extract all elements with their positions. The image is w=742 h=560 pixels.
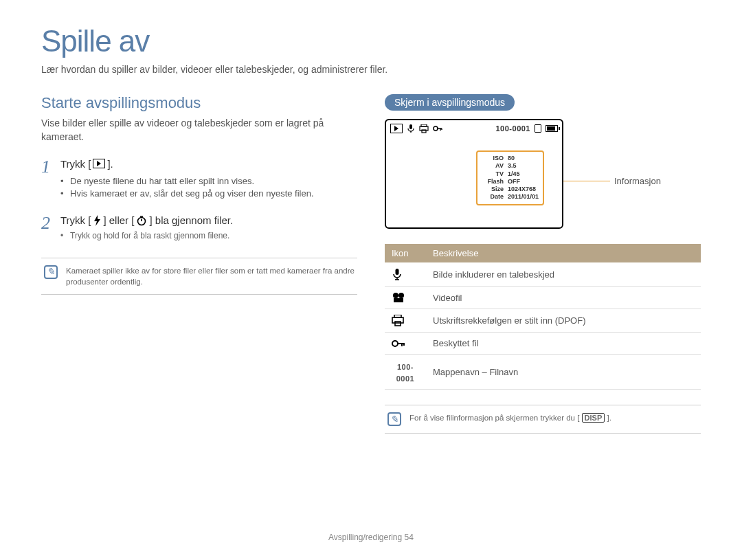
lcd-folder-file: 100-0001 [496, 124, 531, 133]
table-desc: Beskyttet fil [426, 333, 701, 355]
disp-button-label: DISP [582, 413, 605, 423]
film-icon [385, 287, 426, 309]
mic-icon [385, 262, 426, 287]
table-row: Utskriftsrekkefølgen er stilt inn (DPOF) [385, 309, 701, 333]
page-footer: Avspilling/redigering 54 [0, 533, 742, 542]
step-1: 1 Trykk [ ]. De nyeste filene du har tat… [41, 158, 357, 201]
svg-point-17 [398, 293, 404, 298]
table-row: Beskyttet fil [385, 333, 701, 355]
table-row: Videofil [385, 287, 701, 309]
step-1-text: Trykk [ ]. [60, 158, 357, 170]
lcd-memory-icon [535, 124, 541, 133]
svg-rect-13 [396, 269, 399, 275]
th-icon: Ikon [385, 244, 426, 262]
svg-rect-21 [395, 322, 401, 326]
printer-icon [385, 309, 426, 333]
note-icon: ✎ [44, 265, 58, 279]
step-1-bullet: De nyeste filene du har tatt eller spilt… [60, 175, 357, 188]
page-title: Spille av [41, 24, 701, 58]
callout-label: Informasjon [614, 176, 661, 186]
pill-heading: Skjerm i avspillingsmodus [385, 94, 515, 111]
table-row: Bilde inkluderer en talebeskjed [385, 262, 701, 287]
lcd-mic-icon [407, 124, 415, 133]
page-subtitle: Lær hvordan du spiller av bilder, videoe… [41, 64, 701, 75]
table-desc: Mappenavn – Filnavn [426, 355, 701, 390]
svg-rect-4 [409, 124, 412, 129]
step-2-number: 2 [41, 214, 60, 242]
timer-icon [136, 215, 147, 226]
folder-num-icon: 100-0001 [385, 355, 426, 390]
playback-button-icon [93, 159, 105, 168]
note-icon: ✎ [387, 412, 401, 426]
step-2-sub-bullet: Trykk og hold for å bla raskt gjennom fi… [60, 230, 357, 242]
svg-marker-0 [94, 215, 100, 226]
note-text-right: For å vise filinformasjon på skjermen tr… [409, 412, 611, 426]
icon-description-table: Ikon Beskrivelse Bilde inkluderer en tal… [385, 244, 701, 390]
lcd-key-icon [433, 124, 442, 133]
svg-rect-18 [394, 298, 403, 302]
svg-point-16 [393, 293, 398, 298]
section-heading: Starte avspillingsmodus [41, 94, 357, 112]
note-box-right: ✎ For å vise filinformasjon på skjermen … [385, 405, 701, 434]
step-2-text: Trykk [ ] eller [ ] bla gjennom filer. [60, 214, 357, 226]
lcd-info-panel: ISO80 AV3.5 TV1/45 FlashOFF Size1024X768… [476, 150, 544, 205]
step-1-number: 1 [41, 158, 60, 201]
table-desc: Utskriftsrekkefølgen er stilt inn (DPOF) [426, 309, 701, 333]
table-row: 100-0001 Mappenavn – Filnavn [385, 355, 701, 390]
key-icon [385, 333, 426, 355]
note-text: Kameraet spiller ikke av for store filer… [66, 265, 355, 287]
svg-point-22 [392, 341, 398, 346]
table-desc: Videofil [426, 287, 701, 309]
lcd-playback-icon [390, 124, 403, 133]
section-desc: Vise bilder eller spille av videoer og t… [41, 116, 357, 144]
th-desc: Beskrivelse [426, 244, 701, 262]
note-box: ✎ Kameraet spiller ikke av for store fil… [41, 258, 357, 295]
step-2: 2 Trykk [ ] eller [ ] bla gjennom filer. [41, 214, 357, 242]
lcd-battery-icon [546, 125, 558, 132]
callout-leader: Informasjon [563, 176, 661, 186]
flash-icon [93, 215, 101, 226]
table-desc: Bilde inkluderer en talebeskjed [426, 262, 701, 287]
svg-point-9 [434, 126, 438, 131]
lcd-screen-diagram: 100-0001 ISO80 AV3.5 TV1/45 FlashOFF Siz… [385, 119, 563, 229]
lcd-printer-icon [419, 124, 429, 133]
step-1-bullet: Hvis kameraet er av, slår det seg på og … [60, 188, 357, 201]
